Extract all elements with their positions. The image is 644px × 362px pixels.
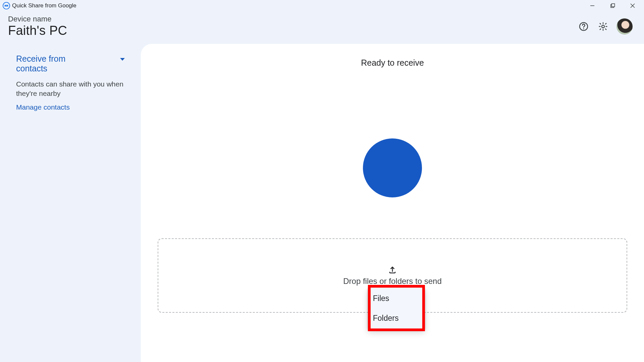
app-title: Quick Share from Google [12,2,76,9]
device-name-value: Faith's PC [8,23,578,38]
main-panel: Ready to receive Drop files or folders t… [141,44,644,362]
window-minimize-button[interactable] [582,0,602,11]
device-block: Device name Faith's PC [8,15,578,38]
visibility-description: Contacts can share with you when they're… [16,79,123,99]
select-type-menu: Files Folders [368,288,425,329]
pulse-circle-icon [363,138,422,197]
dropzone-text: Drop files or folders to send [343,277,441,286]
manage-contacts-link[interactable]: Manage contacts [16,103,70,111]
window-close-button[interactable] [623,0,643,11]
upload-icon [388,265,397,275]
header-actions [578,18,636,35]
visibility-dropdown[interactable]: Receive from contacts [16,54,125,73]
menu-item-files[interactable]: Files [368,289,425,308]
visibility-label: Receive from contacts [16,54,97,73]
body: Receive from contacts Contacts can share… [0,44,644,362]
svg-point-7 [583,28,584,29]
account-avatar[interactable] [616,18,633,35]
ready-indicator [363,138,422,197]
menu-item-folders[interactable]: Folders [368,308,425,328]
help-icon [579,21,589,32]
svg-point-8 [602,25,604,28]
svg-rect-3 [612,4,615,7]
titlebar: Quick Share from Google [0,0,644,11]
sidebar: Receive from contacts Contacts can share… [0,44,141,362]
window-maximize-button[interactable] [602,0,623,11]
help-button[interactable] [578,20,590,33]
quickshare-app-icon [3,2,10,9]
chevron-down-icon [120,61,125,67]
ready-status: Ready to receive [154,58,631,68]
settings-button[interactable] [597,20,609,33]
svg-point-0 [3,2,10,9]
gear-icon [598,21,608,32]
header: Device name Faith's PC [0,11,644,44]
device-name-label: Device name [8,15,578,23]
